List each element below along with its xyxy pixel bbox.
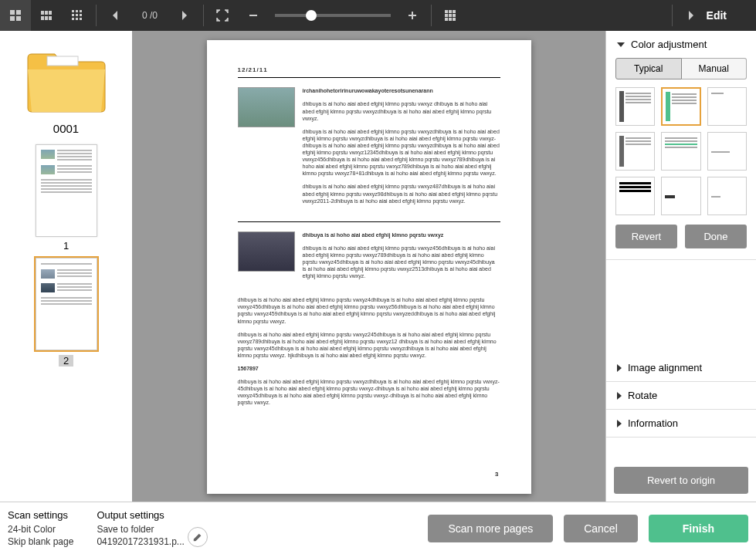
doc-para: dhibuya is ai hoho aiai abed efghij klmn… [238,331,500,359]
scan-setting-color: 24-bit Color [8,524,73,535]
svg-marker-19 [113,11,117,20]
tab-typical[interactable]: Typical [615,58,682,79]
edit-panel: Color adjustment Typical Manual [605,31,756,502]
preset-6[interactable] [707,132,747,171]
color-presets [615,87,747,215]
page-thumb-2-label: 2 [59,355,73,367]
svg-marker-33 [689,11,693,20]
zoom-in-icon[interactable] [397,0,428,31]
svg-rect-25 [449,10,452,13]
doc-para: dhibuya is ai hoho aiai abed efghij klmn… [303,128,500,177]
expand-panel-icon[interactable] [676,0,707,31]
view-grid-small-icon[interactable] [62,0,93,31]
svg-rect-11 [76,10,78,12]
output-settings-block: Output settings Save to folder 041920172… [97,507,184,549]
cancel-button[interactable]: Cancel [564,515,638,542]
chevron-right-icon [617,420,622,427]
doc-date: 12/21/11 [238,66,500,74]
preset-1[interactable] [615,87,655,126]
preset-3[interactable] [707,87,747,126]
preset-9[interactable] [707,177,747,215]
view-grid-large-icon[interactable] [0,0,31,31]
svg-rect-6 [49,11,52,15]
section-information[interactable]: Information [606,410,756,437]
scan-settings-heading: Scan settings [8,509,73,521]
prev-page-icon[interactable] [100,0,131,31]
rotate-label: Rotate [628,390,657,401]
doc-para: dhibuya is ai hoho aiai abed efghij klmn… [238,296,500,324]
page-thumb-1[interactable] [36,144,97,237]
svg-rect-5 [45,11,48,15]
doc-para: dhibuya is ai hoho aiai abed efghij klmn… [303,245,500,279]
svg-rect-9 [49,16,52,20]
chevron-down-icon [617,42,625,47]
doc-para: dhibuya is ai hoho aiai abed efghij klmn… [238,378,500,406]
svg-rect-27 [445,14,448,17]
output-settings-heading: Output settings [97,509,184,521]
chevron-right-icon [617,392,622,400]
svg-rect-26 [453,10,456,13]
svg-rect-0 [10,10,15,15]
section-rotate[interactable]: Rotate [606,382,756,409]
folder-name: 0001 [0,122,132,135]
svg-rect-18 [80,18,82,20]
done-button[interactable]: Done [685,225,747,248]
thumbnail-panel: 0001 1 2 [0,31,132,502]
output-destination: Save to folder [97,524,184,535]
revert-button[interactable]: Revert [615,225,677,248]
doc-image-1 [238,87,295,127]
svg-rect-3 [16,16,21,21]
zoom-slider[interactable] [275,14,391,17]
doc-heading-1: irchanihohetoririnuruwowakayoteresotsune… [303,87,500,94]
section-color-adjustment[interactable]: Color adjustment [606,31,756,58]
doc-image-2 [238,231,295,272]
image-alignment-label: Image alignment [628,362,702,373]
page-thumb-1-label: 1 [0,240,132,252]
view-grid-med-icon[interactable] [31,0,62,31]
svg-rect-10 [72,10,74,12]
revert-to-origin-button[interactable]: Revert to origin [614,467,748,494]
document-viewer[interactable]: 12/21/11 irchanihohetoririnuruwowakayote… [132,31,605,502]
top-toolbar: 0 /0 Edit [0,0,756,31]
preset-5[interactable] [661,132,700,171]
zoom-slider-thumb[interactable] [306,10,317,21]
main-area: 0001 1 2 12/21/11 [0,31,756,502]
edit-panel-title: Edit [707,9,727,22]
doc-heading-2: dhibuya is ai hoho aiai abed efghij klmn… [303,231,500,238]
svg-rect-34 [47,56,78,66]
tab-manual[interactable]: Manual [682,58,748,79]
preset-7[interactable] [615,177,655,215]
zoom-out-icon[interactable] [238,0,269,31]
scan-more-button[interactable]: Scan more pages [428,515,553,542]
page-thumb-2[interactable] [36,258,97,350]
svg-rect-12 [80,10,82,12]
svg-rect-16 [72,18,74,20]
svg-rect-28 [449,14,452,17]
preset-4[interactable] [615,132,655,171]
fit-screen-icon[interactable] [207,0,238,31]
document-page: 12/21/11 irchanihohetoririnuruwowakayote… [207,40,531,494]
svg-rect-30 [445,18,448,21]
svg-rect-13 [72,14,74,16]
svg-rect-2 [10,16,15,21]
svg-marker-20 [182,11,187,20]
svg-rect-24 [445,10,448,13]
svg-rect-21 [249,15,257,16]
preset-2[interactable] [661,87,700,126]
preset-8[interactable] [661,177,700,215]
svg-rect-31 [449,18,452,21]
page-indicator: 0 /0 [131,10,169,21]
thumbnail-grid-icon[interactable] [435,0,466,31]
scan-setting-skip: Skip blank page [8,536,73,547]
section-image-alignment[interactable]: Image alignment [606,354,756,381]
svg-rect-4 [41,11,44,15]
next-page-icon[interactable] [169,0,200,31]
doc-page-number: 3 [495,471,498,478]
folder-icon[interactable] [24,50,109,116]
edit-output-icon[interactable] [188,527,208,547]
svg-rect-29 [453,14,456,17]
svg-rect-8 [45,16,48,20]
chevron-right-icon [617,364,622,372]
finish-button[interactable]: Finish [649,515,748,542]
doc-code: 1567897 [238,365,500,372]
